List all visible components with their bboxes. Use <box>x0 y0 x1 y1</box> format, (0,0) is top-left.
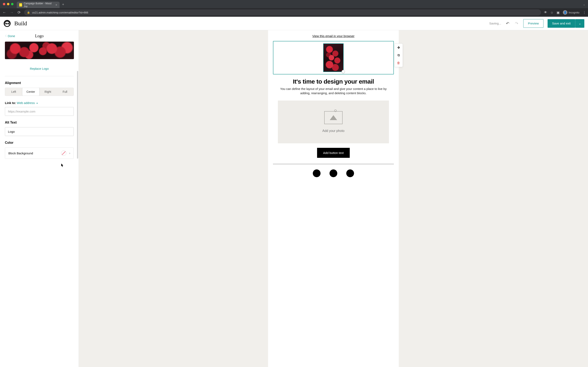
preview-button[interactable]: Preview <box>523 19 544 28</box>
browser-tab[interactable]: ✉ Campaign Builder - Mood Joy × <box>17 2 60 8</box>
browser-titlebar: ✉ Campaign Builder - Mood Joy × + ⌄ <box>0 0 588 8</box>
replace-logo-link[interactable]: Replace Logo <box>5 64 74 76</box>
align-right-option[interactable]: Right <box>39 88 57 96</box>
move-icon: ✥ <box>397 46 400 50</box>
cta-button[interactable]: Add button text <box>317 148 350 158</box>
move-block-button[interactable]: ✥ <box>394 44 403 51</box>
close-window-button[interactable] <box>3 3 5 5</box>
block-background-row[interactable]: Block Background › <box>5 147 74 159</box>
align-center-option[interactable]: Center <box>22 88 40 96</box>
save-dropdown-button[interactable]: ⌄ <box>575 19 584 28</box>
chevron-down-icon: ⌄ <box>579 22 581 25</box>
email-content: View this email in your browser ✥ ⧉ 🗑 It… <box>268 30 399 367</box>
lock-icon: 🔒 <box>27 11 30 14</box>
maximize-window-button[interactable] <box>11 3 13 5</box>
duplicate-icon: ⧉ <box>398 53 400 57</box>
bookmark-icon[interactable]: ☆ <box>550 11 553 15</box>
logo-thumbnail[interactable] <box>5 42 74 59</box>
url-bar[interactable]: 🔒 us21.admin.mailchimp.com/email/editor?… <box>24 9 541 16</box>
facebook-icon[interactable] <box>313 169 320 177</box>
chevron-left-icon: 〈 <box>4 34 7 38</box>
view-in-browser-link[interactable]: View this email in your browser <box>273 34 394 38</box>
kebab-menu-icon[interactable]: ⋮ <box>583 11 586 15</box>
delete-block-button[interactable]: 🗑 <box>394 59 403 67</box>
alignment-segmented: Left Center Right Full <box>5 88 74 96</box>
divider <box>5 76 74 76</box>
resize-handle[interactable] <box>342 70 345 73</box>
flowers-image <box>5 42 74 59</box>
color-option-label: Block Background <box>8 151 33 155</box>
color-swatch-none-icon <box>61 150 66 156</box>
minimize-window-button[interactable] <box>7 3 9 5</box>
extension-icon[interactable]: ▣ <box>557 11 560 15</box>
scrollbar[interactable] <box>77 71 78 159</box>
photo-placeholder-text: Add your photo <box>322 129 345 133</box>
align-full-option[interactable]: Full <box>56 88 73 96</box>
window-controls <box>3 3 13 5</box>
undo-button[interactable]: ↶ <box>505 21 510 26</box>
alignment-label: Alignment <box>5 81 74 85</box>
eye-icon[interactable]: 👁 <box>544 11 547 14</box>
page-title: Build <box>14 20 27 27</box>
alt-text-input[interactable] <box>5 127 74 136</box>
align-left-option[interactable]: Left <box>5 88 22 96</box>
chevron-right-icon: › <box>69 151 70 155</box>
profile-label: Incognito <box>569 11 579 14</box>
photo-placeholder-block[interactable]: Add your photo <box>278 100 389 143</box>
flowers-image <box>324 44 343 72</box>
url-text: us21.admin.mailchimp.com/email/editor?id… <box>32 11 88 14</box>
done-button[interactable]: 〈 Done <box>4 34 15 38</box>
email-canvas[interactable]: View this email in your browser ✥ ⧉ 🗑 It… <box>79 30 588 367</box>
block-toolbar: ✥ ⧉ 🗑 <box>394 43 403 67</box>
duplicate-block-button[interactable]: ⧉ <box>394 51 403 59</box>
editor-sidebar: 〈 Done Logo Replace Logo Alignment Left … <box>0 30 79 367</box>
close-tab-icon[interactable]: × <box>56 3 57 7</box>
twitter-icon[interactable] <box>346 169 354 177</box>
link-to-row[interactable]: Link to: Web address ▾ <box>5 101 74 105</box>
incognito-icon: 👤 <box>563 10 567 15</box>
social-icons-row <box>273 169 394 177</box>
save-status: Saving... <box>489 22 501 25</box>
new-tab-button[interactable]: + <box>62 2 64 7</box>
back-button[interactable]: ← <box>2 10 7 15</box>
mailchimp-logo-icon[interactable] <box>4 20 11 27</box>
chevron-down-icon: ▾ <box>36 102 38 104</box>
alt-text-label: Alt Text <box>5 121 74 124</box>
redo-button[interactable]: ↷ <box>514 21 519 26</box>
divider[interactable] <box>273 164 394 164</box>
reload-button[interactable]: ⟳ <box>17 10 21 15</box>
tabs-chevron-icon[interactable]: ⌄ <box>583 3 585 6</box>
instagram-icon[interactable] <box>329 169 337 177</box>
color-label: Color <box>5 141 74 145</box>
app-header: Build Saving... ↶ ↷ Preview Save and exi… <box>0 17 588 30</box>
email-headline[interactable]: It's time to design your email <box>273 78 394 85</box>
profile-chip[interactable]: 👤 Incognito <box>563 10 579 15</box>
email-subhead[interactable]: You can define the layout of your email … <box>278 87 389 95</box>
link-url-input[interactable] <box>5 107 74 116</box>
forward-button[interactable]: → <box>9 10 14 15</box>
tab-favicon: ✉ <box>19 3 22 7</box>
panel-title: Logo <box>35 34 43 38</box>
image-placeholder-icon <box>324 111 343 124</box>
save-exit-button[interactable]: Save and exit <box>548 19 575 28</box>
tab-title: Campaign Builder - Mood Joy <box>24 2 52 8</box>
linkto-label: Link to: <box>5 101 16 105</box>
logo-image[interactable] <box>323 43 344 72</box>
logo-block-selected[interactable]: ✥ ⧉ 🗑 <box>273 41 394 75</box>
trash-icon: 🗑 <box>397 61 400 65</box>
linkto-value: Web address <box>17 101 35 105</box>
browser-addressbar: ← → ⟳ 🔒 us21.admin.mailchimp.com/email/e… <box>0 8 588 17</box>
